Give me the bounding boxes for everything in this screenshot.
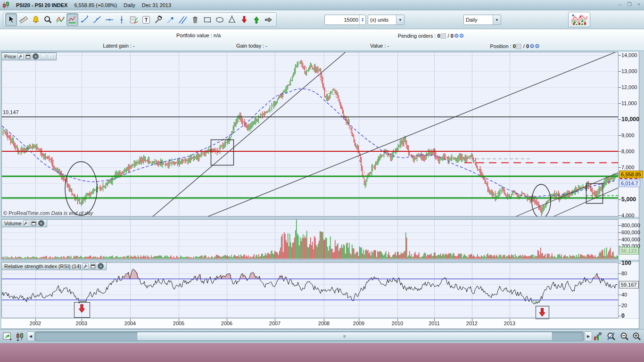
rsi-window-icon[interactable] bbox=[90, 263, 96, 269]
toolbar-zoom-magnifier-button[interactable] bbox=[42, 13, 54, 26]
rectangle-icon bbox=[202, 15, 213, 25]
delete-trash-icon bbox=[190, 15, 200, 25]
latent-gain: Latent gain : - bbox=[103, 43, 134, 49]
x-axis-year-label: 2012 bbox=[466, 321, 478, 326]
price-close-icon[interactable]: × bbox=[33, 53, 39, 59]
svg-text:T: T bbox=[144, 17, 148, 23]
chart-canvas[interactable] bbox=[0, 51, 644, 329]
toolbar-arrow-down-button[interactable] bbox=[238, 13, 250, 26]
pattern-detection-icon bbox=[55, 15, 66, 25]
toolbar-arrow-up-button[interactable] bbox=[250, 13, 262, 26]
toolbar-pattern-detection-button[interactable] bbox=[54, 13, 66, 26]
rsi-settings-wrench-icon[interactable] bbox=[83, 263, 89, 269]
toolbar-zigzag-button[interactable] bbox=[66, 13, 78, 26]
annotated-chart-icon bbox=[129, 15, 139, 25]
zoom-fit-icon[interactable] bbox=[605, 331, 617, 342]
position-value: Value : - bbox=[370, 43, 389, 49]
chart-export-icon[interactable] bbox=[2, 331, 13, 342]
timeframe-dropdown-arrow-icon[interactable]: ▼ bbox=[493, 15, 501, 25]
bars-count-stepper[interactable]: ▲▼ bbox=[359, 15, 365, 25]
toolbar-parallel-lines-button[interactable] bbox=[177, 13, 189, 26]
x-axis-year-label: 2007 bbox=[269, 321, 281, 326]
ruler-icon bbox=[18, 15, 29, 25]
volume-close-icon[interactable]: × bbox=[38, 220, 44, 226]
x-axis-year-label: 2003 bbox=[76, 321, 87, 326]
minimize-button[interactable]: – bbox=[617, 1, 623, 8]
portfolio-value: Portfolio value : n/a bbox=[176, 33, 221, 38]
toolbar-line-button[interactable] bbox=[91, 13, 103, 26]
zoom-in-icon[interactable] bbox=[631, 331, 642, 342]
zigzag-icon bbox=[67, 15, 78, 25]
position-settings-gear-icon[interactable]: ⚙⚙ bbox=[529, 43, 540, 49]
volume-axis-tick: 600,000 bbox=[621, 230, 640, 235]
copyright-note: © ProRealTime.com Data is end of day bbox=[3, 210, 93, 216]
price-window-icon[interactable] bbox=[25, 53, 31, 59]
chart-mode-icon bbox=[571, 14, 588, 26]
volume-settings-wrench-icon[interactable] bbox=[23, 220, 29, 226]
zoom-out-icon[interactable] bbox=[619, 331, 630, 342]
units-select[interactable]: (x) units ▼ bbox=[368, 15, 405, 25]
chart-display-settings-button[interactable] bbox=[568, 12, 590, 27]
units-dropdown-arrow-icon[interactable]: ▼ bbox=[396, 15, 404, 25]
scroll-left-arrow[interactable]: ◀ bbox=[27, 331, 34, 341]
rsi-axis-tick: 40 bbox=[621, 292, 627, 297]
toolbar-annotated-chart-button[interactable] bbox=[128, 13, 140, 26]
toolbar-ellipse-button[interactable] bbox=[214, 13, 225, 26]
timeframe-select[interactable]: Daily ▼ bbox=[463, 15, 501, 25]
x-axis-year-label: 2006 bbox=[221, 321, 232, 326]
price-move-down-icon[interactable]: ↓ bbox=[40, 53, 46, 59]
scroll-right-arrow[interactable]: ▶ bbox=[585, 331, 592, 341]
scrollbar-thumb[interactable]: ≡ bbox=[137, 332, 553, 341]
dotted-arrow-icon bbox=[165, 15, 176, 25]
toolbar-rectangle-button[interactable] bbox=[201, 13, 213, 26]
alert-bell-icon bbox=[31, 15, 41, 25]
chart-type-candlestick-icon[interactable] bbox=[14, 331, 25, 342]
title-bar: PSI20 - PSI 20 INDEX 6,558.85 (+0.08%) D… bbox=[0, 0, 644, 10]
toolbar-alert-bell-button[interactable] bbox=[30, 13, 41, 26]
position-list-icon[interactable] bbox=[516, 44, 521, 49]
last-price-tag: 6,558.85 bbox=[619, 171, 643, 178]
position: Position : 0 / 0⚙⚙ bbox=[490, 43, 539, 49]
windows-taskbar: hp X 20 P W e ▲ bbox=[0, 343, 644, 362]
toolbar-ruler-button[interactable] bbox=[17, 13, 29, 26]
price-axis-tick: 12,000 bbox=[621, 84, 637, 90]
toolbar-vertical-line-button[interactable] bbox=[116, 13, 127, 26]
toolbar-segment-button[interactable] bbox=[79, 13, 91, 26]
rsi-close-icon[interactable]: × bbox=[98, 263, 104, 269]
arrow-up-icon bbox=[251, 15, 262, 25]
price-move-up-icon[interactable]: ↑ bbox=[48, 53, 54, 59]
zoom-settings-icon[interactable] bbox=[592, 331, 603, 342]
price-settings-wrench-icon[interactable] bbox=[17, 53, 24, 59]
volume-panel-title: Volume bbox=[4, 221, 22, 226]
close-button[interactable]: × bbox=[636, 1, 642, 8]
bars-count-input[interactable]: 15000 ▲▼ bbox=[324, 15, 366, 25]
window-controls: – ❐ × bbox=[617, 1, 642, 8]
vertical-line-icon bbox=[116, 15, 127, 25]
price-axis-tick: 5,000 bbox=[621, 196, 636, 203]
toolbar-horizontal-line-button[interactable] bbox=[103, 13, 115, 26]
toolbar-settings-tools-button[interactable] bbox=[152, 13, 164, 26]
price-axis-tick: 9,000 bbox=[621, 132, 635, 138]
rsi-axis-tick: 80 bbox=[621, 271, 627, 276]
volume-window-icon[interactable] bbox=[31, 220, 37, 226]
restore-button[interactable]: ❐ bbox=[626, 1, 633, 8]
volume-panel-header: Volume × bbox=[1, 219, 47, 227]
toolbar-dotted-arrow-button[interactable] bbox=[165, 13, 176, 26]
instrument-quote: 6,558.85 (+0.08%) bbox=[74, 2, 117, 8]
toolbar-pointer-button[interactable] bbox=[5, 13, 17, 26]
title-date: Dec 31 2013 bbox=[142, 2, 171, 8]
orders-settings-gear-icon[interactable]: ⚙⚙ bbox=[454, 33, 464, 39]
price-axis-tick: 10,000 bbox=[621, 116, 639, 123]
toolbar-delete-trash-button[interactable] bbox=[189, 13, 201, 26]
text-icon: T bbox=[141, 15, 151, 25]
toolbar-arrow-right-button[interactable] bbox=[263, 13, 274, 26]
toolbar-text-button[interactable]: T bbox=[140, 13, 152, 26]
zoom-magnifier-icon bbox=[43, 15, 53, 25]
ellipse-icon bbox=[215, 15, 225, 25]
scrollbar-track[interactable]: ≡ bbox=[35, 331, 584, 341]
orders-list-icon[interactable] bbox=[441, 33, 446, 39]
price-panel-header: Price × ↓ ↑ bbox=[1, 52, 57, 60]
horizontal-line-icon bbox=[104, 15, 115, 25]
volume-axis-tick: 400,000 bbox=[621, 237, 640, 242]
toolbar-triangle-button[interactable] bbox=[226, 13, 238, 26]
